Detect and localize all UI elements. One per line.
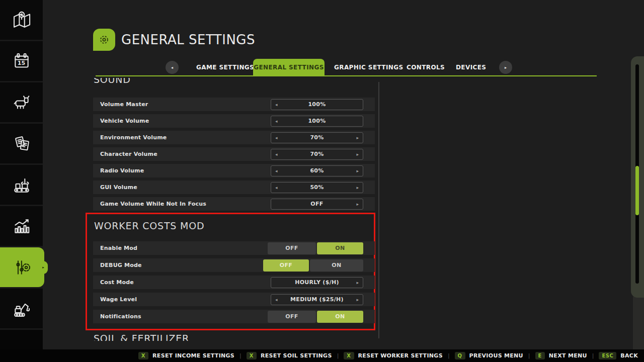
separator: | bbox=[448, 352, 450, 359]
map-icon bbox=[10, 9, 33, 32]
section-title-worker-costs-mod: WORKER COSTS MOD bbox=[94, 220, 204, 231]
decrease-arrow-icon[interactable]: ◂ bbox=[275, 185, 278, 190]
sidebar-item-animals[interactable] bbox=[0, 82, 43, 122]
tab-game-settings[interactable]: GAME SETTINGS bbox=[196, 59, 254, 76]
sidebar-item-production[interactable] bbox=[0, 165, 43, 205]
sidebar: 15 bbox=[0, 0, 43, 349]
sidebar-item-map[interactable] bbox=[0, 0, 43, 40]
separator: | bbox=[592, 352, 594, 359]
decrease-arrow-icon[interactable]: ◂ bbox=[275, 297, 278, 302]
setting-row-enable-mod: Enable Mod OFF ON bbox=[93, 241, 375, 255]
tab-general-settings[interactable]: GENERAL SETTINGS bbox=[253, 59, 325, 76]
content-scrollbar-track[interactable] bbox=[378, 82, 379, 338]
scrollbar-thumb[interactable] bbox=[635, 166, 639, 215]
radio-volume-stepper[interactable]: ◂ 60% ▸ bbox=[271, 165, 363, 176]
character-volume-stepper[interactable]: ◂ 70% ▸ bbox=[271, 149, 363, 160]
key-x-icon: X bbox=[247, 352, 257, 359]
right-edge-strip bbox=[633, 297, 644, 349]
cow-icon bbox=[10, 91, 33, 114]
increase-arrow-icon[interactable]: ▸ bbox=[356, 168, 359, 173]
decrease-arrow-icon[interactable]: ◂ bbox=[275, 119, 278, 124]
sidebar-item-construction[interactable] bbox=[0, 289, 43, 328]
toggle-off-option[interactable]: OFF bbox=[268, 311, 316, 323]
notifications-toggle[interactable]: OFF ON bbox=[268, 311, 363, 323]
key-q-icon: Q bbox=[455, 352, 465, 359]
setting-row-cost-mode: Cost Mode HOURLY ($/H) ▸ bbox=[93, 276, 375, 289]
vehicle-volume-stepper[interactable]: ◂ 100% bbox=[271, 116, 363, 127]
volume-master-stepper[interactable]: ◂ 100% bbox=[271, 99, 363, 110]
sidebar-item-calendar[interactable]: 15 bbox=[0, 41, 43, 81]
page-title: GENERAL SETTINGS bbox=[121, 32, 255, 47]
debug-mode-toggle[interactable]: OFF ON bbox=[263, 259, 363, 272]
cost-mode-stepper[interactable]: HOURLY ($/H) ▸ bbox=[271, 277, 363, 288]
increase-arrow-icon[interactable]: ▸ bbox=[356, 185, 359, 190]
separator: | bbox=[528, 352, 530, 359]
settings-app-icon bbox=[93, 29, 115, 51]
tab-controls[interactable]: CONTROLS bbox=[407, 59, 445, 76]
decrease-arrow-icon[interactable]: ◂ bbox=[275, 168, 278, 173]
setting-row-debug-mode: DEBUG Mode OFF ON bbox=[93, 258, 375, 272]
setting-row-wage-level: Wage Level ◂ MEDIUM ($25/H) ▸ bbox=[93, 293, 375, 306]
toggle-off-option[interactable]: OFF bbox=[263, 259, 309, 272]
sidebar-item-settings[interactable] bbox=[0, 247, 44, 287]
reset-income-settings-hint[interactable]: X RESET INCOME SETTINGS bbox=[138, 352, 234, 359]
increase-arrow-icon[interactable]: ▸ bbox=[356, 280, 359, 285]
general-settings-screen: 15 bbox=[0, 0, 644, 362]
section-title-soil-fertilizer: SOIL & FERTILIZER bbox=[94, 333, 189, 341]
page-scrollbar[interactable] bbox=[631, 56, 644, 298]
setting-row-game-volume-focus: Game Volume While Not In Focus OFF ▸ bbox=[93, 197, 375, 211]
key-e-icon: E bbox=[535, 352, 545, 359]
tabs-next-button[interactable]: ▸ bbox=[499, 61, 512, 74]
setting-row-vehicle-volume: Vehicle Volume ◂ 100% bbox=[93, 114, 375, 128]
sidebar-filler bbox=[0, 330, 43, 350]
setting-row-gui-volume: GUI Volume ◂ 50% ▸ bbox=[93, 180, 375, 194]
separator: | bbox=[239, 352, 242, 359]
gui-volume-stepper[interactable]: ◂ 50% ▸ bbox=[271, 182, 363, 193]
tab-devices[interactable]: DEVICES bbox=[456, 59, 486, 76]
increase-arrow-icon[interactable]: ▸ bbox=[356, 135, 359, 140]
setting-row-notifications: Notifications OFF ON bbox=[93, 310, 375, 323]
reset-worker-settings-hint[interactable]: X RESET WORKER SETTINGS bbox=[344, 352, 443, 359]
decrease-arrow-icon[interactable]: ◂ bbox=[275, 135, 278, 140]
decrease-arrow-icon[interactable]: ◂ bbox=[275, 102, 278, 107]
tabs-prev-button[interactable]: ◂ bbox=[166, 61, 179, 74]
setting-row-character-volume: Character Volume ◂ 70% ▸ bbox=[93, 147, 375, 161]
settings-content: SOUND Volume Master ◂ 100% Vehicle Volum… bbox=[85, 78, 382, 341]
toggle-off-option[interactable]: OFF bbox=[268, 242, 316, 254]
key-esc-icon: ESC bbox=[599, 352, 616, 359]
toggle-on-option[interactable]: ON bbox=[317, 311, 363, 323]
increase-arrow-icon[interactable]: ▸ bbox=[356, 202, 359, 207]
stats-icon bbox=[10, 215, 33, 238]
sidebar-item-statistics[interactable] bbox=[0, 206, 43, 246]
settings-icon bbox=[11, 256, 34, 279]
enable-mod-toggle[interactable]: OFF ON bbox=[268, 242, 363, 254]
sidebar-item-contracts[interactable] bbox=[0, 124, 43, 163]
worker-costs-highlight-box: WORKER COSTS MOD Enable Mod OFF ON DEBUG… bbox=[86, 213, 375, 330]
increase-arrow-icon[interactable]: ▸ bbox=[356, 152, 359, 157]
scrollbar-track[interactable] bbox=[635, 64, 639, 284]
reset-soil-settings-hint[interactable]: X RESET SOIL SETTINGS bbox=[247, 352, 332, 359]
wage-level-stepper[interactable]: ◂ MEDIUM ($25/H) ▸ bbox=[271, 294, 363, 305]
toggle-on-option[interactable]: ON bbox=[310, 259, 363, 272]
separator: | bbox=[337, 352, 339, 359]
key-x-icon: X bbox=[138, 352, 148, 359]
prev-arrow-icon: ◂ bbox=[171, 65, 173, 70]
increase-arrow-icon[interactable]: ▸ bbox=[356, 297, 359, 302]
setting-row-radio-volume: Radio Volume ◂ 60% ▸ bbox=[93, 164, 375, 177]
gear-icon bbox=[96, 31, 113, 48]
keybind-bar: X RESET INCOME SETTINGS | X RESET SOIL S… bbox=[0, 349, 644, 362]
next-menu-hint[interactable]: E NEXT MENU bbox=[535, 352, 587, 359]
game-volume-focus-stepper[interactable]: OFF ▸ bbox=[271, 199, 363, 210]
previous-menu-hint[interactable]: Q PREVIOUS MENU bbox=[455, 352, 523, 359]
back-hint[interactable]: ESC BACK bbox=[599, 352, 638, 359]
excavator-icon bbox=[10, 297, 33, 320]
key-x-icon: X bbox=[344, 352, 354, 359]
tab-graphic-settings[interactable]: GRAPHIC SETTINGS bbox=[334, 59, 404, 76]
documents-icon bbox=[10, 132, 33, 155]
decrease-arrow-icon[interactable]: ◂ bbox=[275, 152, 278, 157]
setting-row-volume-master: Volume Master ◂ 100% bbox=[93, 98, 375, 111]
main-panel: GENERAL SETTINGS ◂ GAME SETTINGS GENERAL… bbox=[43, 0, 644, 349]
active-indicator-arrow-icon bbox=[39, 261, 48, 274]
environment-volume-stepper[interactable]: ◂ 70% ▸ bbox=[271, 132, 363, 143]
toggle-on-option[interactable]: ON bbox=[317, 242, 363, 254]
